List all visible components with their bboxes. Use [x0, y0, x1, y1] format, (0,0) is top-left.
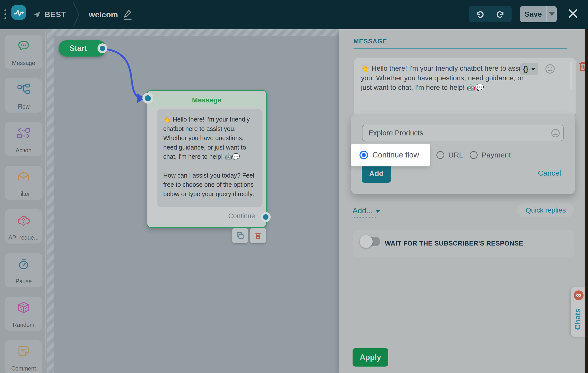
sidebar-item-api-request[interactable]: API reque... — [5, 209, 42, 244]
radio-label[interactable]: URL — [448, 151, 463, 159]
random-dice-icon — [16, 301, 31, 315]
canvas-boundary-stripes — [47, 29, 339, 36]
message-node[interactable]: Message 👋 Hello there! I'm your friendly… — [147, 90, 267, 228]
sidebar-item-label: Action — [16, 147, 32, 154]
chats-tab-label: Chats — [571, 302, 585, 337]
api-request-icon — [16, 213, 31, 228]
message-node-text: 👋 Hello there! I'm your friendly chatbot… — [157, 109, 262, 207]
chevron-down-icon — [549, 12, 555, 16]
radio-payment[interactable] — [470, 151, 478, 159]
close-button[interactable] — [568, 9, 578, 20]
flow-icon — [16, 82, 31, 97]
radio-url[interactable] — [436, 151, 444, 159]
cancel-link[interactable]: Cancel — [538, 169, 561, 179]
topbar-actions: Save — [469, 6, 578, 22]
panel-title: MESSAGE — [354, 38, 387, 45]
message-node-output-port[interactable] — [261, 212, 271, 222]
smiley-icon — [545, 64, 555, 74]
quick-replies-button[interactable]: Quick replies — [517, 203, 574, 217]
emoji-picker-button[interactable] — [545, 64, 555, 75]
chevron-down-icon — [376, 210, 380, 213]
save-button[interactable]: Save — [520, 10, 546, 18]
reply-type-radio-group: Continue flow URL Payment — [351, 144, 511, 166]
continue-label: Continue — [228, 212, 255, 220]
sidebar-item-random[interactable]: Random — [5, 297, 42, 331]
node-action-buttons — [232, 228, 266, 243]
quick-reply-editor: Continue flow URL Payment Add Cancel — [351, 114, 575, 194]
sidebar-scrollbar[interactable] — [45, 31, 46, 361]
comment-note-icon — [16, 344, 31, 359]
smiley-icon — [551, 128, 560, 138]
message-text-value[interactable]: 👋 Hello there! I'm your friendly chatbot… — [361, 64, 530, 93]
duplicate-node-button[interactable] — [232, 228, 248, 243]
wait-response-toggle[interactable] — [362, 237, 380, 246]
sidebar-item-label: Message — [12, 60, 35, 66]
flow-title: welcom — [89, 10, 118, 19]
message-text-editor[interactable]: 👋 Hello there! I'm your friendly chatbot… — [354, 58, 576, 117]
message-bubble-icon — [16, 39, 31, 53]
emoji-picker-button[interactable] — [551, 128, 560, 139]
bot-name: BEST — [45, 10, 66, 19]
sidebar-item-action[interactable]: Action — [5, 122, 42, 156]
start-node-label: Start — [69, 44, 87, 53]
edit-flow-name-icon[interactable] — [123, 9, 132, 20]
message-node-input-port[interactable] — [142, 93, 153, 104]
radio-continue-flow[interactable] — [359, 151, 368, 159]
sidebar-item-label: Flow — [18, 103, 30, 110]
app-logo[interactable] — [11, 5, 26, 20]
chats-side-tab[interactable]: 8 Chats — [571, 287, 585, 337]
sidebar-item-label: Filter — [17, 191, 30, 197]
pulse-icon — [11, 5, 26, 20]
message-paragraph: 👋 Hello there! I'm your friendly chatbot… — [163, 115, 256, 161]
message-paragraph: How can I assist you today? Feel free to… — [163, 171, 256, 199]
undo-icon — [474, 9, 484, 19]
sidebar-item-label: Comment — [11, 365, 36, 372]
action-icon — [16, 126, 31, 140]
radio-label[interactable]: Continue flow — [372, 151, 419, 159]
radio-label[interactable]: Payment — [482, 151, 511, 159]
sidebar-item-label: API reque... — [8, 234, 38, 241]
sidebar-item-filter[interactable]: Filter — [5, 166, 42, 200]
save-split-button: Save — [520, 6, 557, 22]
copy-icon — [236, 232, 244, 240]
top-bar: BEST welcom — [0, 0, 588, 29]
apply-button[interactable]: Apply — [353, 348, 388, 367]
delete-node-button[interactable] — [250, 228, 266, 243]
wait-response-section: WAIT FOR THE SUBSCRIBER'S RESPONSE — [353, 230, 574, 257]
redo-button[interactable] — [490, 6, 512, 22]
quick-reply-title-input[interactable] — [362, 125, 564, 141]
variables-dropdown-button[interactable]: {} — [520, 63, 538, 75]
panel-title-divider — [354, 48, 567, 49]
close-icon — [568, 9, 578, 19]
continue-flow-option-highlight[interactable]: Continue flow — [351, 144, 430, 166]
add-element-underline — [353, 217, 377, 218]
add-quick-reply-button[interactable]: Add — [362, 164, 391, 183]
sidebar-item-pause[interactable]: Pause — [5, 253, 42, 287]
sidebar-item-comment[interactable]: Comment — [5, 340, 42, 373]
breadcrumb-bot[interactable]: BEST — [33, 0, 66, 29]
save-options-button[interactable] — [546, 6, 557, 22]
menu-dots-icon[interactable] — [4, 9, 6, 21]
toggle-knob[interactable] — [360, 235, 373, 248]
sidebar-item-message[interactable]: Message — [5, 35, 42, 69]
message-node-title: Message — [192, 96, 221, 104]
url-option[interactable]: URL — [436, 151, 463, 159]
textarea-scrollbar[interactable] — [570, 62, 572, 89]
chats-badge-count: 8 — [575, 294, 582, 297]
payment-option[interactable]: Payment — [470, 151, 511, 159]
undo-button[interactable] — [469, 6, 490, 22]
start-output-port[interactable] — [98, 43, 107, 53]
filter-icon — [16, 170, 31, 184]
window-edge-background — [585, 29, 588, 373]
braces-icon: {} — [523, 65, 528, 73]
flow-canvas[interactable]: Start Message 👋 Hello there! I'm your fr… — [47, 29, 339, 373]
sidebar-item-label: Random — [13, 322, 34, 328]
start-node[interactable]: Start — [59, 40, 106, 57]
elements-sidebar: Message Flow Action — [0, 29, 47, 373]
canvas-boundary-stripes — [47, 29, 54, 373]
message-settings-panel: MESSAGE 👋 Hello there! I'm your friendly… — [339, 29, 585, 373]
add-element-dropdown[interactable]: Add... — [353, 206, 380, 215]
flow-builder-app: BEST welcom — [0, 0, 588, 373]
sidebar-item-flow[interactable]: Flow — [5, 78, 42, 113]
breadcrumb-chevron-icon — [71, 1, 81, 28]
